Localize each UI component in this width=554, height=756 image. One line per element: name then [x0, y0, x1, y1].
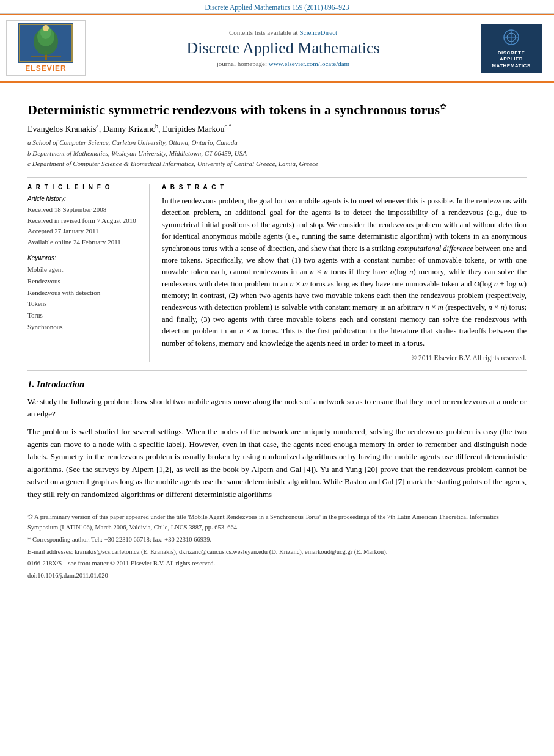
keyword-3: Rendezvous with detection [27, 287, 140, 299]
paper-content: Deterministic symmetric rendezvous with … [0, 83, 554, 371]
footnote-1: ✩ A preliminary version of this paper ap… [27, 512, 527, 533]
author3-sup: c,* [224, 123, 231, 129]
keyword-4: Tokens [27, 298, 140, 310]
contents-line: Contents lists available at ScienceDirec… [86, 29, 481, 36]
email-prefix: E-mail addresses: [27, 548, 73, 555]
history-label: Article history: [27, 195, 140, 202]
journal-header: ELSEVIER Contents lists available at Sci… [0, 15, 554, 82]
keywords-label: Keywords: [27, 255, 140, 261]
email-addresses: kranakis@scs.carleton.ca (E. Kranakis), … [75, 548, 387, 555]
elsevier-box: ELSEVIER [6, 20, 86, 76]
paper-title: Deterministic symmetric rendezvous with … [27, 101, 527, 119]
intro-section: 1. Introduction We study the following p… [0, 379, 554, 501]
journal-citation: Discrete Applied Mathematics 159 (2011) … [205, 4, 349, 11]
received-date: Received 18 September 2008 [27, 205, 140, 216]
elsevier-tree-image [18, 23, 73, 63]
title-footnote-sup: ✩ [440, 102, 446, 111]
article-info-col: A R T I C L E I N F O Article history: R… [27, 184, 150, 362]
abstract-heading: A B S T R A C T [162, 184, 527, 191]
top-bar: Discrete Applied Mathematics 159 (2011) … [0, 0, 554, 14]
abstract-col: A B S T R A C T In the rendezvous proble… [162, 184, 527, 362]
issn-line: 0166-218X/$ – see front matter © 2011 El… [27, 559, 527, 569]
footnote-area: ✩ A preliminary version of this paper ap… [27, 507, 527, 581]
sciencedirect-link[interactable]: ScienceDirect [299, 29, 337, 36]
article-info-heading: A R T I C L E I N F O [27, 184, 140, 191]
elsevier-tree-svg [18, 23, 73, 63]
online-date: Available online 24 February 2011 [27, 237, 140, 248]
intro-para2: The problem is well studied for several … [27, 426, 527, 501]
journal-title: Discrete Applied Mathematics [86, 38, 481, 57]
abstract-text: In the rendezvous problem, the goal for … [162, 195, 527, 349]
affiliation-b: b Department of Mathematics, Wesleyan Un… [27, 148, 527, 159]
keyword-1: Mobile agent [27, 264, 140, 275]
intro-heading: 1. Introduction [27, 379, 527, 390]
affiliations: a School of Computer Science, Carleton U… [27, 137, 527, 170]
intro-para1: We study the following problem: how shou… [27, 396, 527, 421]
affiliation-c: c Department of Computer Science & Biome… [27, 159, 527, 170]
elsevier-logo-left: ELSEVIER [6, 20, 86, 76]
dam-cover-graphic [496, 27, 527, 48]
copyright-line: © 2011 Elsevier B.V. All rights reserved… [162, 354, 527, 362]
journal-thumbnail: DISCRETEAPPLIEDMATHEMATICS [481, 24, 548, 73]
section-divider [27, 370, 527, 371]
article-info-abstract: A R T I C L E I N F O Article history: R… [27, 177, 527, 362]
journal-url[interactable]: www.elsevier.com/locate/dam [269, 60, 349, 67]
footnote-3: E-mail addresses: kranakis@scs.carleton.… [27, 547, 527, 558]
footnote-2: * Corresponding author. Tel.: +30 22310 … [27, 535, 527, 545]
elsevier-wordmark: ELSEVIER [25, 64, 66, 73]
journal-header-center: Contents lists available at ScienceDirec… [86, 29, 481, 67]
revised-date: Received in revised form 7 August 2010 [27, 216, 140, 227]
dam-title-text: DISCRETEAPPLIEDMATHEMATICS [492, 50, 530, 69]
accepted-date: Accepted 27 January 2011 [27, 226, 140, 237]
doi-line: doi:10.1016/j.dam.2011.01.020 [27, 571, 527, 581]
then-word: then [393, 291, 407, 300]
keywords-block: Keywords: Mobile agent Rendezvous Rendez… [27, 255, 140, 332]
article-history-block: Article history: Received 18 September 2… [27, 195, 140, 247]
affiliation-a: a School of Computer Science, Carleton U… [27, 137, 527, 148]
authors-line: Evangelos Kranakisa, Danny Krizancb, Eur… [27, 123, 527, 134]
svg-point-5 [43, 25, 49, 31]
keyword-2: Rendezvous [27, 275, 140, 287]
dam-cover-thumb: DISCRETEAPPLIEDMATHEMATICS [481, 24, 542, 73]
keyword-5: Torus [27, 310, 140, 321]
keyword-6: Synchronous [27, 321, 140, 333]
journal-homepage: journal homepage: www.elsevier.com/locat… [86, 60, 481, 67]
